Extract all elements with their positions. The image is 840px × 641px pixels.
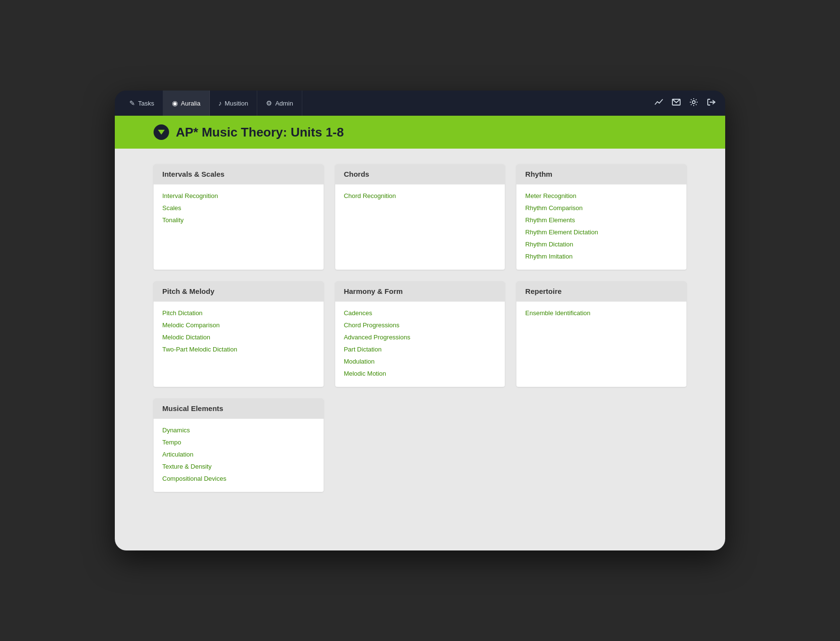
item-rhythm-comparison[interactable]: Rhythm Comparison bbox=[525, 203, 678, 213]
musition-icon: ♪ bbox=[218, 99, 222, 107]
svg-point-1 bbox=[692, 101, 695, 104]
item-ensemble-identification[interactable]: Ensemble Identification bbox=[525, 308, 678, 318]
item-tonality[interactable]: Tonality bbox=[162, 215, 315, 225]
nav-actions bbox=[654, 98, 719, 108]
nav-tab-tasks-label: Tasks bbox=[138, 100, 154, 107]
item-rhythm-imitation[interactable]: Rhythm Imitation bbox=[525, 252, 678, 261]
category-header-chords: Chords bbox=[335, 164, 505, 184]
page-header: AP* Music Theory: Units 1-8 bbox=[115, 116, 725, 149]
item-tempo[interactable]: Tempo bbox=[162, 438, 315, 447]
category-header-musical-elements: Musical Elements bbox=[154, 398, 324, 419]
category-header-intervals-scales: Intervals & Scales bbox=[154, 164, 324, 184]
item-rhythm-dictation[interactable]: Rhythm Dictation bbox=[525, 240, 678, 249]
item-melodic-dictation[interactable]: Melodic Dictation bbox=[162, 333, 315, 342]
category-items-rhythm: Meter Recognition Rhythm Comparison Rhyt… bbox=[516, 184, 686, 270]
category-title-musical-elements: Musical Elements bbox=[162, 404, 223, 412]
logout-icon[interactable] bbox=[707, 98, 716, 108]
page-title: AP* Music Theory: Units 1-8 bbox=[176, 125, 344, 140]
category-card-harmony-form: Harmony & Form Cadences Chord Progressio… bbox=[335, 281, 505, 387]
category-items-harmony-form: Cadences Chord Progressions Advanced Pro… bbox=[335, 302, 505, 387]
categories-grid: Intervals & Scales Interval Recognition … bbox=[154, 164, 686, 492]
category-header-repertoire: Repertoire bbox=[516, 281, 686, 302]
item-melodic-comparison[interactable]: Melodic Comparison bbox=[162, 320, 315, 330]
tasks-icon: ✎ bbox=[129, 99, 135, 107]
category-card-rhythm: Rhythm Meter Recognition Rhythm Comparis… bbox=[516, 164, 686, 270]
auralia-icon: ◉ bbox=[172, 99, 178, 107]
item-meter-recognition[interactable]: Meter Recognition bbox=[525, 191, 678, 200]
main-content: Intervals & Scales Interval Recognition … bbox=[115, 149, 725, 550]
nav-tab-admin-label: Admin bbox=[275, 100, 293, 107]
item-chord-progressions[interactable]: Chord Progressions bbox=[344, 320, 497, 330]
item-two-part-melodic-dictation[interactable]: Two-Part Melodic Dictation bbox=[162, 345, 315, 354]
item-melodic-motion[interactable]: Melodic Motion bbox=[344, 369, 497, 378]
item-rhythm-element-dictation[interactable]: Rhythm Element Dictation bbox=[525, 228, 678, 237]
category-card-pitch-melody: Pitch & Melody Pitch Dictation Melodic C… bbox=[154, 281, 324, 387]
item-compositional-devices[interactable]: Compositional Devices bbox=[162, 474, 315, 483]
item-texture-density[interactable]: Texture & Density bbox=[162, 462, 315, 471]
admin-icon: ⚙ bbox=[266, 99, 272, 107]
nav-tabs: ✎ Tasks ◉ Auralia ♪ Musition ⚙ Admin bbox=[121, 91, 302, 116]
item-advanced-progressions[interactable]: Advanced Progressions bbox=[344, 333, 497, 342]
item-articulation[interactable]: Articulation bbox=[162, 450, 315, 459]
category-card-repertoire: Repertoire Ensemble Identification bbox=[516, 281, 686, 387]
item-dynamics[interactable]: Dynamics bbox=[162, 426, 315, 435]
nav-tab-musition[interactable]: ♪ Musition bbox=[210, 91, 257, 116]
category-header-rhythm: Rhythm bbox=[516, 164, 686, 184]
category-title-pitch-melody: Pitch & Melody bbox=[162, 287, 215, 295]
category-title-chords: Chords bbox=[344, 170, 370, 178]
category-header-pitch-melody: Pitch & Melody bbox=[154, 281, 324, 302]
category-title-harmony-form: Harmony & Form bbox=[344, 287, 403, 295]
nav-bar: ✎ Tasks ◉ Auralia ♪ Musition ⚙ Admin bbox=[115, 91, 725, 116]
item-cadences[interactable]: Cadences bbox=[344, 308, 497, 318]
device-frame: ✎ Tasks ◉ Auralia ♪ Musition ⚙ Admin bbox=[115, 91, 725, 550]
mail-icon[interactable] bbox=[672, 99, 681, 107]
item-modulation[interactable]: Modulation bbox=[344, 357, 497, 366]
nav-tab-auralia[interactable]: ◉ Auralia bbox=[163, 91, 209, 116]
item-interval-recognition[interactable]: Interval Recognition bbox=[162, 191, 315, 200]
nav-tab-admin[interactable]: ⚙ Admin bbox=[257, 91, 302, 116]
chart-icon[interactable] bbox=[654, 98, 663, 108]
item-scales[interactable]: Scales bbox=[162, 203, 315, 213]
category-items-pitch-melody: Pitch Dictation Melodic Comparison Melod… bbox=[154, 302, 324, 363]
category-card-chords: Chords Chord Recognition bbox=[335, 164, 505, 270]
item-part-dictation[interactable]: Part Dictation bbox=[344, 345, 497, 354]
category-card-musical-elements: Musical Elements Dynamics Tempo Articula… bbox=[154, 398, 324, 492]
category-title-rhythm: Rhythm bbox=[525, 170, 552, 178]
category-title-intervals-scales: Intervals & Scales bbox=[162, 170, 224, 178]
category-items-musical-elements: Dynamics Tempo Articulation Texture & De… bbox=[154, 419, 324, 492]
settings-icon[interactable] bbox=[689, 98, 698, 108]
header-dropdown-button[interactable] bbox=[154, 124, 169, 140]
item-rhythm-elements[interactable]: Rhythm Elements bbox=[525, 215, 678, 225]
nav-tab-auralia-label: Auralia bbox=[181, 100, 200, 107]
category-items-chords: Chord Recognition bbox=[335, 184, 505, 209]
category-card-intervals-scales: Intervals & Scales Interval Recognition … bbox=[154, 164, 324, 270]
nav-tab-tasks[interactable]: ✎ Tasks bbox=[121, 91, 163, 116]
category-header-harmony-form: Harmony & Form bbox=[335, 281, 505, 302]
item-pitch-dictation[interactable]: Pitch Dictation bbox=[162, 308, 315, 318]
category-items-repertoire: Ensemble Identification bbox=[516, 302, 686, 326]
svg-marker-3 bbox=[158, 130, 165, 135]
category-items-intervals-scales: Interval Recognition Scales Tonality bbox=[154, 184, 324, 233]
nav-tab-musition-label: Musition bbox=[225, 100, 248, 107]
item-chord-recognition[interactable]: Chord Recognition bbox=[344, 191, 497, 200]
category-title-repertoire: Repertoire bbox=[525, 287, 561, 295]
